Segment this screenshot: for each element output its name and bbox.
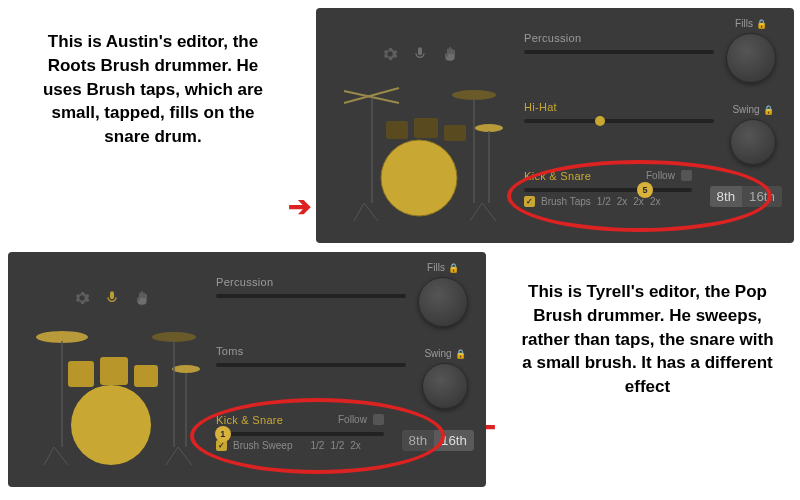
fills-knob[interactable] [726, 33, 776, 83]
lock-icon[interactable]: 🔒 [448, 263, 459, 273]
slider-thumb[interactable]: 5 [637, 182, 653, 198]
commentary-austin: This is Austin's editor, the Roots Brush… [28, 30, 278, 149]
slider-kick-snare[interactable]: 1 [216, 432, 384, 436]
svg-rect-20 [100, 357, 128, 385]
svg-line-13 [364, 203, 378, 221]
svg-line-12 [354, 203, 364, 221]
svg-line-29 [178, 447, 192, 465]
rate-option[interactable]: 1/2 [597, 196, 611, 207]
svg-point-3 [475, 124, 503, 132]
seg-16th[interactable]: 16th [434, 430, 474, 451]
swing-label: Swing🔒 [732, 104, 773, 115]
rate-option[interactable]: 2x [650, 196, 661, 207]
rate-option[interactable]: 2x [617, 196, 628, 207]
fills-knob-group: Fills🔒 [418, 262, 468, 327]
svg-point-18 [172, 365, 200, 373]
track-label: Percussion [216, 276, 406, 288]
track-label: Toms [216, 345, 406, 357]
svg-point-25 [71, 385, 151, 465]
rate-option[interactable]: 2x [350, 440, 361, 451]
swing-knob[interactable] [422, 363, 468, 409]
brush-taps-row: ✓ Brush Taps 1/2 2x 2x 2x [524, 196, 692, 207]
follow-row: Follow [646, 170, 692, 181]
svg-line-27 [54, 447, 68, 465]
seg-8th[interactable]: 8th [402, 430, 435, 451]
svg-line-26 [44, 447, 54, 465]
brush-taps-checkbox[interactable]: ✓ [524, 196, 535, 207]
svg-point-2 [452, 90, 496, 100]
track-percussion[interactable]: Percussion [216, 276, 406, 298]
toolbar [382, 46, 458, 62]
follow-label: Follow [338, 414, 367, 425]
swing-knob-group: Swing🔒 [422, 348, 468, 409]
swing-knob[interactable] [730, 119, 776, 165]
slider-kick-snare[interactable]: 5 [524, 188, 692, 192]
brush-sweep-row: ✓ Brush Sweep 1/2 1/2 2x [216, 440, 384, 451]
gear-icon[interactable] [382, 46, 398, 62]
commentary-tyrell: This is Tyrell's editor, the Pop Brush d… [520, 280, 775, 399]
follow-checkbox[interactable] [681, 170, 692, 181]
brush-sweep-label: Brush Sweep [233, 440, 292, 451]
brush-taps-label: Brush Taps [541, 196, 591, 207]
fills-knob[interactable] [418, 277, 468, 327]
seg-16th[interactable]: 16th [742, 186, 782, 207]
svg-line-28 [166, 447, 178, 465]
svg-point-17 [152, 332, 196, 342]
follow-checkbox[interactable] [373, 414, 384, 425]
svg-rect-19 [68, 361, 94, 387]
mic-icon[interactable] [412, 46, 428, 62]
track-percussion[interactable]: Percussion [524, 32, 714, 54]
svg-rect-5 [414, 118, 438, 138]
resolution-segment[interactable]: 8th 16th [402, 430, 474, 451]
lock-icon[interactable]: 🔒 [763, 105, 774, 115]
svg-rect-6 [444, 125, 466, 141]
arrow-right-icon: ➔ [288, 190, 311, 223]
lock-icon[interactable]: 🔒 [455, 349, 466, 359]
tyrell-editor-panel: Percussion Toms Kick & Snare 1 ✓ Brush S… [8, 252, 486, 487]
lock-icon[interactable]: 🔒 [756, 19, 767, 29]
drum-kit-graphic[interactable] [334, 63, 514, 223]
fills-knob-group: Fills🔒 [726, 18, 776, 83]
resolution-segment[interactable]: 8th 16th [710, 186, 782, 207]
slider-thumb[interactable] [595, 116, 605, 126]
gear-icon[interactable] [74, 290, 90, 306]
svg-rect-4 [386, 121, 408, 139]
follow-row: Follow [338, 414, 384, 425]
slider-toms[interactable] [216, 363, 406, 367]
track-label: Percussion [524, 32, 714, 44]
rate-option[interactable]: 1/2 [310, 440, 324, 451]
austin-editor-panel: Percussion Hi-Hat Kick & Snare 5 ✓ Brush… [316, 8, 794, 243]
fills-label: Fills🔒 [735, 18, 767, 29]
slider-hihat[interactable] [524, 119, 714, 123]
hand-icon[interactable] [442, 46, 458, 62]
svg-line-14 [470, 203, 482, 221]
swing-label: Swing🔒 [424, 348, 465, 359]
slider-percussion[interactable] [524, 50, 714, 54]
drum-kit-graphic[interactable] [26, 307, 206, 467]
hand-icon[interactable] [134, 290, 150, 306]
rate-option[interactable]: 1/2 [330, 440, 344, 451]
slider-percussion[interactable] [216, 294, 406, 298]
track-label: Hi-Hat [524, 101, 714, 113]
follow-label: Follow [646, 170, 675, 181]
toolbar [74, 290, 150, 306]
track-hihat[interactable]: Hi-Hat [524, 101, 714, 123]
slider-thumb[interactable]: 1 [215, 426, 231, 442]
swing-knob-group: Swing🔒 [730, 104, 776, 165]
mic-icon[interactable] [104, 290, 120, 306]
track-toms[interactable]: Toms [216, 345, 406, 367]
seg-8th[interactable]: 8th [710, 186, 743, 207]
svg-rect-21 [134, 365, 158, 387]
fills-label: Fills🔒 [427, 262, 459, 273]
svg-line-15 [482, 203, 496, 221]
